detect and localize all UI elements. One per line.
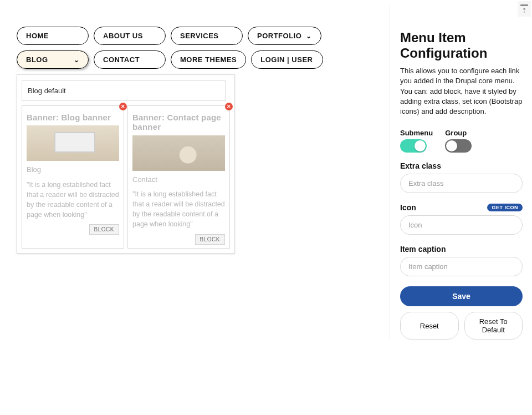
nav-item-login[interactable]: LOGIN | USER [251, 50, 323, 69]
extra-class-input[interactable] [400, 174, 523, 193]
group-toggle[interactable] [445, 139, 472, 153]
card-thumbnail [27, 125, 119, 161]
close-icon[interactable]: ✕ [225, 103, 233, 110]
minus-icon [520, 4, 528, 6]
config-description: This allows you to configure each link y… [400, 66, 523, 117]
nav-item-more-themes[interactable]: MORE THEMES [171, 50, 246, 69]
nav-item-portfolio[interactable]: PORTFOLIO ⌄ [248, 27, 321, 45]
nav-label: HOME [26, 32, 49, 40]
extra-class-label: Extra class [400, 161, 523, 170]
block-card[interactable]: ✕ Banner: Contact page banner Contact "I… [127, 105, 230, 249]
nav-item-blog[interactable]: BLOG ⌄ [17, 50, 89, 69]
card-link: Blog [27, 164, 119, 175]
card-title: Banner: Blog banner [27, 113, 119, 122]
nav-label: ABOUT US [103, 32, 143, 40]
caption-label: Item caption [400, 245, 523, 254]
nav-label: PORTFOLIO [257, 32, 301, 40]
submenu-panel: ✕ Banner: Blog banner Blog "It is a long… [17, 74, 235, 254]
chevron-down-icon: ⌄ [306, 32, 312, 40]
card-description: "It is a long established fact that a re… [132, 189, 225, 230]
get-icon-button[interactable]: GET ICON [487, 204, 523, 211]
card-thumbnail [132, 135, 225, 171]
card-link: Contact [132, 174, 225, 185]
arrow-up-icon: ⇡ [521, 7, 527, 14]
nav-label: SERVICES [180, 32, 219, 40]
nav-item-home[interactable]: HOME [17, 27, 89, 45]
icon-label: Icon GET ICON [400, 203, 523, 212]
nav-label: MORE THEMES [180, 55, 237, 64]
reset-default-button[interactable]: Reset To Default [464, 312, 523, 340]
card-description: "It is a long established fact that a re… [27, 180, 119, 220]
chevron-down-icon: ⌄ [74, 56, 80, 64]
nav-label: CONTACT [103, 55, 140, 64]
nav-label: BLOG [26, 55, 48, 64]
toggle-knob [446, 140, 457, 151]
config-panel: Menu Item Configuration This allows you … [390, 6, 525, 340]
nav-label: LOGIN | USER [260, 55, 313, 64]
nav-item-about[interactable]: ABOUT US [94, 27, 166, 45]
reset-button[interactable]: Reset [400, 312, 459, 340]
toggle-label-submenu: Submenu [400, 129, 433, 137]
caption-input[interactable] [400, 257, 523, 276]
nav-item-services[interactable]: SERVICES [171, 27, 243, 45]
submenu-toggle[interactable] [400, 139, 427, 153]
block-card[interactable]: ✕ Banner: Blog banner Blog "It is a long… [22, 105, 124, 249]
submenu-search-input[interactable] [22, 80, 226, 101]
config-title: Menu Item Configuration [400, 30, 523, 60]
toggle-label-group: Group [445, 129, 472, 137]
collapse-handle[interactable]: ⇡ [518, 1, 531, 17]
block-button[interactable]: BLOCK [89, 224, 119, 235]
close-icon[interactable]: ✕ [119, 103, 127, 110]
nav-item-contact[interactable]: CONTACT [94, 50, 166, 69]
card-title: Banner: Contact page banner [132, 113, 225, 132]
toggle-knob [415, 140, 426, 151]
save-button[interactable]: Save [400, 286, 523, 306]
block-button[interactable]: BLOCK [195, 234, 225, 245]
menu-layout-area: HOME ABOUT US SERVICES PORTFOLIO ⌄ BLOG … [6, 6, 378, 340]
icon-input[interactable] [400, 215, 523, 235]
